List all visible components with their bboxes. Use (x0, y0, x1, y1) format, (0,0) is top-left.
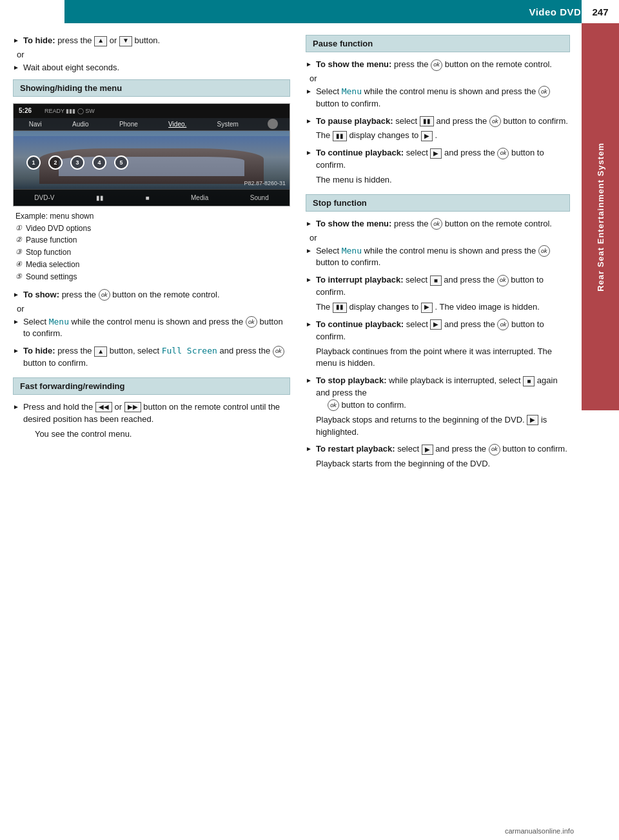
play-btn-pause[interactable]: ▶ (430, 148, 442, 159)
bullet-arrow-r2: ► (306, 87, 312, 110)
ok-btn-stop-show[interactable]: ok (431, 218, 442, 230)
bullet-arrow-r9: ► (306, 376, 312, 438)
circle-4: 4 (92, 155, 106, 170)
circle-1: 1 (26, 155, 41, 170)
to-hide2-label: To hide: (23, 346, 55, 355)
to-show-label: To show: (23, 290, 59, 299)
stop-stop-ok-line: ok button to confirm. (316, 399, 570, 412)
right-column: Pause function ► To show the menu: press… (306, 35, 570, 473)
nav-system: System (213, 121, 242, 128)
pause-display-the: The (316, 130, 333, 140)
car-time: 5:26 (19, 107, 32, 114)
ok-btn-stop-select[interactable]: ok (538, 245, 550, 257)
stop-btn-2[interactable]: ■ (523, 376, 535, 386)
stop-select-content: Select Menu while the control menu is sh… (316, 245, 570, 270)
ok-btn-pause-cont[interactable]: ok (497, 148, 509, 159)
bullet-arrow-2: ► (13, 63, 19, 74)
stop-show-label: To show the menu: (316, 219, 391, 228)
up-button-2[interactable]: ▲ (94, 346, 107, 357)
bullet-arrow-5: ► (13, 346, 19, 370)
caption-item-2: ② Pause function (15, 235, 290, 246)
stop-restart-item: ► To restart playback: select ▶ and pres… (306, 443, 570, 470)
pause-continue-mid: and press the (444, 148, 497, 157)
pause-show-label: To show the menu: (316, 59, 391, 69)
ok-button-hide2[interactable]: ok (273, 346, 284, 357)
stop-continue-item: ► To continue playback: select ▶ and pre… (306, 319, 570, 370)
stop-stop-rest: button to confirm. (342, 400, 406, 410)
nav-navi: Navi (25, 121, 46, 128)
stop-continue-label: To continue playback: (316, 319, 404, 329)
ok-btn-stop-int[interactable]: ok (497, 275, 509, 286)
stop-interrupt-content: To interrupt playback: select ■ and pres… (316, 274, 570, 314)
pause-display-result: ▶ (421, 131, 433, 141)
pause-continue-content: To continue playback: select ▶ and press… (316, 147, 570, 186)
sidebar-label-text: Rear Seat Entertainment System (596, 143, 605, 292)
circle-3: 3 (70, 155, 84, 170)
play-btn-restart[interactable]: ▶ (422, 445, 433, 455)
ok-button-show[interactable]: ok (99, 289, 110, 301)
bottom-stop: ■ (145, 194, 149, 201)
up-button[interactable]: ▲ (94, 36, 107, 46)
circle-2: 2 (48, 155, 63, 170)
stop-interrupt-text: select (406, 275, 430, 285)
ok-btn-pause-select[interactable]: ok (538, 86, 550, 97)
stop-continue-mid: and press the (444, 319, 497, 329)
pause-playback-rest: button to confirm. (503, 116, 567, 126)
or-text-1: or (17, 50, 290, 59)
press-hold-item: ► Press and hold the ◀◀ or ▶▶ button on … (13, 401, 290, 442)
stop-restart-detail: Playback starts from the beginning of th… (316, 458, 570, 470)
pause-btn[interactable]: ▮▮ (420, 116, 434, 126)
button-suffix: button. (134, 35, 160, 45)
stop-highlighted-text: is highlighted. (316, 415, 547, 437)
stop-btn[interactable]: ■ (430, 275, 442, 286)
caption-item-5: ⑤ Sound settings (15, 272, 290, 283)
ok-button-select[interactable]: ok (246, 316, 257, 328)
press-hold-or: or (115, 402, 124, 412)
pause-display-line: The ▮▮ display changes to ▶ . (316, 130, 570, 142)
to-hide2-content: To hide: press the ▲ button, select Full… (23, 345, 290, 370)
left-column: ► To hide: press the ▲ or ▼ button. or ►… (13, 35, 290, 473)
to-show-item: ► To show: press the ok button on the re… (13, 289, 290, 301)
forward-button[interactable]: ▶▶ (124, 402, 141, 412)
stop-display-the: The (316, 302, 333, 312)
to-hide2-mid: button, select (110, 346, 162, 355)
nav-audio: Audio (68, 121, 93, 128)
cap-text-1: Video DVD options (26, 223, 91, 234)
stop-stop-text: while playback is interrupted, select (389, 375, 523, 385)
bottom-media: Media (191, 194, 208, 201)
car-topbar: 5:26 READY ▮▮▮ ◯ SW (14, 104, 290, 118)
stop-select-end: button to confirm. (316, 257, 380, 267)
caption-list: Example: menu shown ① Video DVD options … (15, 212, 290, 283)
fast-fwd-section-header: Fast forwarding/rewinding (13, 377, 290, 395)
stop-restart-content: To restart playback: select ▶ and press … (316, 443, 570, 470)
pause-playback-item: ► To pause playback: select ▮▮ and press… (306, 115, 570, 143)
rewind-button[interactable]: ◀◀ (95, 402, 112, 412)
to-hide-item: ► To hide: press the ▲ or ▼ button. (13, 35, 290, 47)
down-button[interactable]: ▼ (119, 36, 132, 46)
cap-num-5: ⑤ (15, 272, 22, 283)
ok-btn-stop-cont[interactable]: ok (497, 319, 509, 330)
page-number-box: 247 (580, 0, 619, 23)
fast-fwd-title: Fast forwarding/rewinding (20, 381, 125, 391)
ok-btn-stop-restart[interactable]: ok (489, 444, 500, 455)
overlay-circles: 1 2 3 4 5 (26, 155, 128, 170)
bullet-arrow-3: ► (13, 290, 19, 301)
circle-5: 5 (114, 155, 128, 170)
select-text: Select (23, 317, 49, 326)
stop-stop-detail: Playback stops and returns to the beginn… (316, 414, 570, 439)
ok-btn-stop-stop[interactable]: ok (328, 399, 339, 411)
stop-highlighted-btn: ▶ (527, 415, 538, 425)
stop-interrupt-label: To interrupt playback: (316, 275, 404, 285)
play-btn-stop[interactable]: ▶ (430, 319, 442, 330)
cap-num-3: ③ (15, 247, 22, 258)
pause-continue-end: The menu is hidden. (316, 174, 570, 186)
to-hide2-text: press the (57, 346, 94, 355)
select-rest: while the control menu is shown and pres… (72, 317, 246, 326)
ok-btn-pause-show[interactable]: ok (431, 59, 442, 71)
stop-display-line: The ▮▮ display changes to ▶ . The video … (316, 301, 570, 314)
bullet-arrow-r4: ► (306, 148, 312, 186)
stop-menu-link: Menu (342, 246, 362, 255)
ok-btn-pause-pb[interactable]: ok (489, 115, 501, 127)
bullet-arrow-r5: ► (306, 219, 312, 230)
example-label: Example: menu shown (15, 212, 290, 221)
